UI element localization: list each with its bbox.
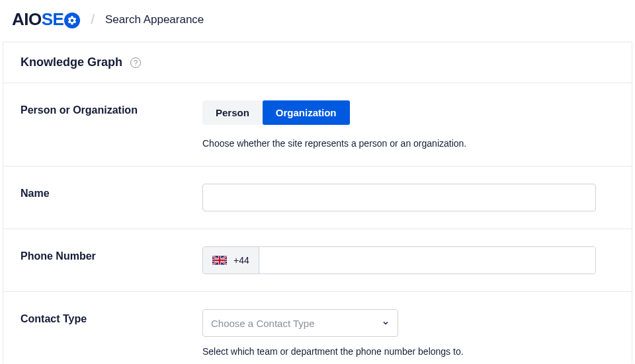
phone-input[interactable] [259, 247, 595, 273]
field-name: Name [3, 166, 632, 229]
phone-input-group: +44 [202, 246, 596, 274]
card-title: Knowledge Graph [21, 55, 122, 69]
country-code-selector[interactable]: +44 [203, 247, 259, 273]
page-header: AIOSE / Search Appearance [0, 0, 635, 42]
contact-desc: Select which team or department the phon… [202, 346, 614, 357]
name-input[interactable] [202, 184, 596, 211]
entity-desc: Choose whether the site represents a per… [202, 138, 614, 149]
contact-label: Contact Type [21, 309, 189, 357]
chevron-down-icon [382, 319, 390, 327]
organization-button[interactable]: Organization [263, 100, 350, 125]
breadcrumb-separator: / [91, 12, 95, 27]
contact-placeholder: Choose a Contact Type [211, 318, 315, 329]
name-label: Name [21, 184, 189, 211]
breadcrumb-title: Search Appearance [105, 13, 204, 26]
contact-select-wrap: Choose a Contact Type [202, 309, 398, 337]
uk-flag-icon [212, 256, 227, 265]
aioseo-logo: AIOSE [12, 9, 80, 30]
field-contact-type: Contact Type Choose a Contact Type Selec… [3, 292, 632, 363]
entity-label: Person or Organization [21, 100, 189, 149]
contact-type-select[interactable]: Choose a Contact Type [202, 309, 398, 337]
field-entity-type: Person or Organization Person Organizati… [3, 83, 632, 166]
field-phone: Phone Number +44 [3, 229, 632, 292]
knowledge-graph-card: Knowledge Graph ? Person or Organization… [3, 42, 632, 363]
entity-toggle: Person Organization [202, 100, 350, 125]
help-icon[interactable]: ? [130, 57, 141, 68]
logo-text-aio: AIO [12, 9, 42, 30]
person-button[interactable]: Person [202, 100, 263, 125]
logo-text-se: SE [42, 9, 64, 30]
phone-content: +44 [202, 246, 614, 274]
card-header: Knowledge Graph ? [3, 42, 632, 83]
entity-content: Person Organization Choose whether the s… [202, 100, 614, 149]
contact-content: Choose a Contact Type Select which team … [202, 309, 614, 357]
gear-icon [64, 13, 80, 28]
phone-label: Phone Number [21, 246, 189, 274]
name-content [202, 184, 614, 211]
dial-code: +44 [233, 255, 249, 266]
